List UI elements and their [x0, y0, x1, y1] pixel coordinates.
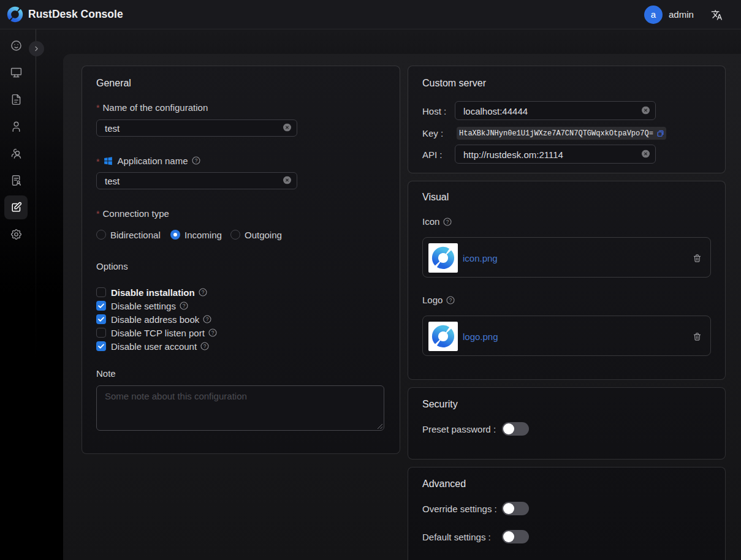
- svg-text:?: ?: [194, 157, 197, 164]
- svg-text:?: ?: [206, 316, 209, 322]
- svg-text:?: ?: [201, 289, 204, 295]
- svg-text:?: ?: [203, 343, 207, 349]
- svg-text:?: ?: [449, 297, 452, 303]
- svg-text:?: ?: [446, 219, 449, 225]
- svg-text:?: ?: [183, 303, 186, 309]
- svg-text:?: ?: [211, 330, 215, 336]
